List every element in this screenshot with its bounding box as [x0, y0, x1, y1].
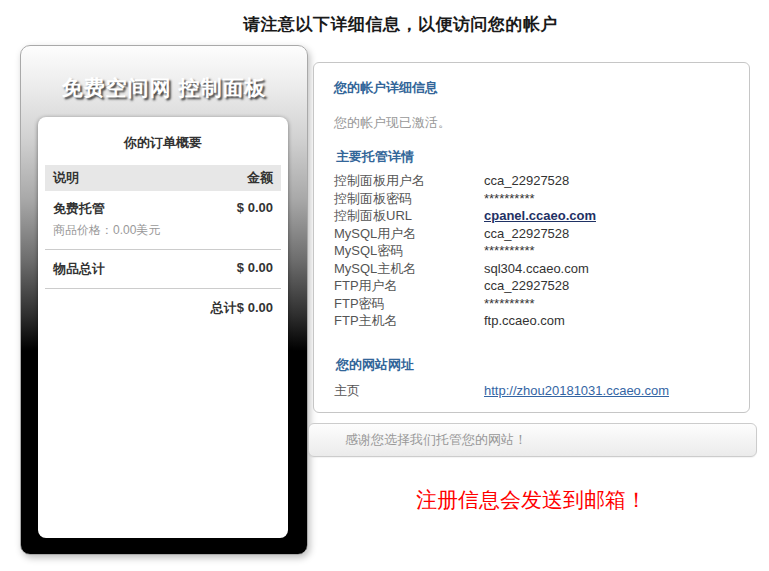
detail-value: **********	[484, 190, 535, 208]
website-section-title: 您的网站网址	[334, 356, 729, 374]
detail-label: MySQL主机名	[334, 260, 484, 278]
brand-logo-title: 免费空间网 控制面板	[21, 74, 307, 102]
order-total-amount: $ 0.00	[237, 300, 273, 315]
order-col-amount: 金额	[247, 169, 273, 187]
detail-label: FTP密码	[334, 295, 484, 313]
account-details-panel: 您的帐户详细信息 您的帐户现已激活。 主要托管详情 控制面板用户名 cca_22…	[313, 62, 750, 413]
detail-value: sql304.ccaeo.com	[484, 260, 589, 278]
detail-row-cpanel-username: 控制面板用户名 cca_22927528	[334, 172, 729, 190]
brand-panel: 免费空间网 控制面板 你的订单概要 说明 金额 免费托管 $ 0.00 商品价格…	[20, 45, 308, 555]
detail-row-mysql-password: MySQL密码 **********	[334, 242, 729, 260]
detail-label: FTP主机名	[334, 312, 484, 330]
detail-row-homepage: 主页 http://zhou20181031.ccaeo.com	[334, 382, 729, 400]
detail-row-ftp-hostname: FTP主机名 ftp.ccaeo.com	[334, 312, 729, 330]
detail-row-cpanel-url: 控制面板URL cpanel.ccaeo.com	[334, 207, 729, 225]
registration-email-note: 注册信息会发送到邮箱！	[313, 486, 750, 514]
detail-row-cpanel-password: 控制面板密码 **********	[334, 190, 729, 208]
hosting-section-title: 主要托管详情	[334, 148, 729, 166]
order-item-name: 免费托管	[53, 200, 105, 218]
detail-row-ftp-password: FTP密码 **********	[334, 295, 729, 313]
order-col-description: 说明	[53, 169, 79, 187]
order-item-amount: $ 0.00	[237, 200, 273, 218]
homepage-url-link[interactable]: http://zhou20181031.ccaeo.com	[484, 383, 669, 398]
detail-label: 控制面板密码	[334, 190, 484, 208]
detail-label: MySQL用户名	[334, 225, 484, 243]
detail-row-mysql-hostname: MySQL主机名 sql304.ccaeo.com	[334, 260, 729, 278]
account-details-title: 您的帐户详细信息	[334, 79, 729, 97]
order-summary-table: 说明 金额 免费托管 $ 0.00 商品价格：0.00美元 物品总计 $ 0.0…	[45, 165, 281, 327]
order-table-header: 说明 金额	[45, 165, 281, 191]
account-status-text: 您的帐户现已激活。	[334, 114, 729, 132]
order-summary-title: 你的订单概要	[38, 117, 288, 152]
detail-value: cca_22927528	[484, 172, 569, 190]
order-subtotal-row: 物品总计 $ 0.00	[45, 250, 281, 288]
detail-label: 主页	[334, 382, 484, 400]
cpanel-url-link[interactable]: cpanel.ccaeo.com	[484, 208, 596, 223]
detail-row-ftp-username: FTP用户名 cca_22927528	[334, 277, 729, 295]
order-item-row: 免费托管 $ 0.00	[45, 191, 281, 218]
detail-value: ftp.ccaeo.com	[484, 312, 565, 330]
order-subtotal-label: 物品总计	[53, 260, 105, 278]
detail-value: **********	[484, 242, 535, 260]
thanks-message-bar: 感谢您选择我们托管您的网站！	[308, 423, 757, 457]
detail-value: **********	[484, 295, 535, 313]
order-subtotal-amount: $ 0.00	[237, 260, 273, 278]
page-title: 请注意以下详细信息，以便访问您的帐户	[32, 13, 769, 36]
detail-label: MySQL密码	[334, 242, 484, 260]
order-item-note: 商品价格：0.00美元	[45, 218, 281, 249]
detail-value: cca_22927528	[484, 225, 569, 243]
detail-row-mysql-username: MySQL用户名 cca_22927528	[334, 225, 729, 243]
detail-label: 控制面板用户名	[334, 172, 484, 190]
order-total-row: 总计$ 0.00	[45, 289, 281, 327]
detail-label: FTP用户名	[334, 277, 484, 295]
detail-label: 控制面板URL	[334, 207, 484, 225]
detail-value: cca_22927528	[484, 277, 569, 295]
order-total-label: 总计	[211, 300, 237, 315]
order-summary-card: 你的订单概要 说明 金额 免费托管 $ 0.00 商品价格：0.00美元 物品总…	[38, 117, 288, 538]
